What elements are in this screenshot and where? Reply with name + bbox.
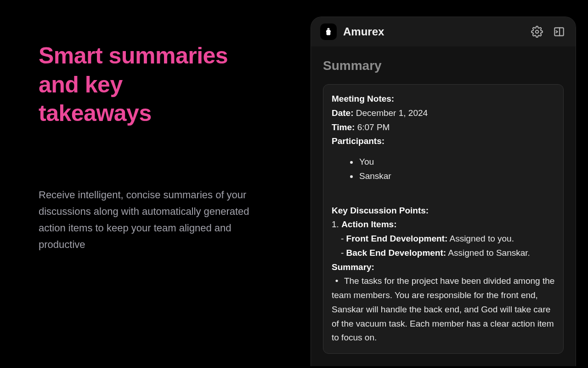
app-panel: Amurex [311, 17, 576, 366]
svg-point-1 [329, 29, 330, 30]
action-items-prefix: 1. [332, 219, 341, 229]
app-title: Amurex [343, 25, 531, 38]
marketing-subcopy: Receive intelligent, concise summaries o… [39, 187, 254, 253]
app-logo [320, 23, 337, 40]
summary-card: Meeting Notes: Date: December 1, 2024 Ti… [323, 84, 564, 354]
summary-label: Summary: [332, 262, 374, 272]
list-item: Sanskar [358, 169, 555, 184]
settings-button[interactable] [531, 25, 543, 38]
action-back-value: Assigned to Sanskar. [448, 248, 530, 258]
list-item: You [358, 155, 555, 169]
action-front-label: Front End Development: [346, 234, 448, 243]
meeting-notes-label: Meeting Notes: [332, 94, 394, 104]
action-items-label: Action Items: [341, 219, 396, 229]
gear-icon [531, 26, 543, 38]
kdp-label: Key Discussion Points: [332, 206, 429, 215]
date-label: Date: [332, 108, 354, 118]
action-back-label: Back End Development: [346, 248, 447, 258]
summary-text: The tasks for the project have been divi… [332, 276, 554, 342]
app-logo-icon [323, 27, 334, 37]
titlebar: Amurex [311, 17, 576, 46]
participants-label: Participants: [332, 136, 384, 146]
panel-expand-icon [553, 26, 565, 38]
summary-section-title: Summary [323, 58, 564, 73]
participants-list: You Sanskar [358, 155, 555, 184]
date-value: December 1, 2024 [356, 108, 428, 118]
svg-point-0 [328, 29, 328, 30]
marketing-headline: Smart summaries and key takeaways [39, 41, 241, 128]
time-value: 6:07 PM [357, 122, 390, 132]
action-front-value: Assigned to you. [449, 234, 514, 243]
time-label: Time: [332, 122, 355, 132]
svg-point-2 [536, 30, 539, 34]
collapse-panel-button[interactable] [553, 25, 565, 38]
bullet-icon: • [332, 274, 342, 288]
